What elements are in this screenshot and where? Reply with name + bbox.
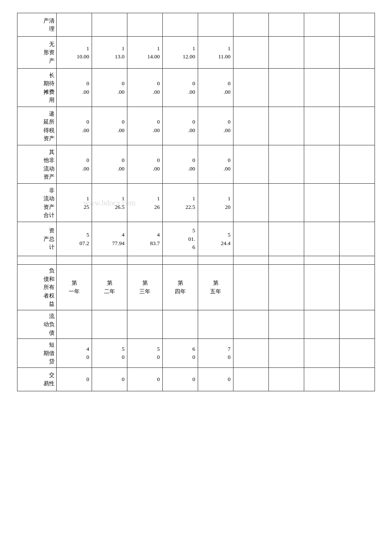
cell xyxy=(233,265,269,310)
cell xyxy=(269,310,304,339)
cell-year1-header: 第一年 xyxy=(57,265,92,310)
cell xyxy=(304,256,339,265)
row-label-zi-chan-zong-ji: 资产总计 xyxy=(17,222,57,256)
cell: 122.5 xyxy=(163,184,198,222)
cell xyxy=(233,69,269,107)
cell xyxy=(304,367,339,391)
row-label-chang-qi-dai-tan: 长期待摊费用 xyxy=(17,69,57,107)
cell: 0 xyxy=(57,367,92,391)
cell: 0 xyxy=(198,367,233,391)
cell xyxy=(339,265,375,310)
cell xyxy=(233,310,269,339)
cell xyxy=(163,256,198,265)
cell-year4-header: 第四年 xyxy=(163,265,198,310)
cell xyxy=(339,13,375,37)
cell: 60 xyxy=(163,339,198,368)
table-row: 长期待摊费用 0.00 0.00 0.00 0.00 0.00 xyxy=(17,69,375,107)
cell xyxy=(57,13,92,37)
cell: 0.00 xyxy=(127,69,163,107)
cell-wu-xing-y5: 111.00 xyxy=(198,37,233,69)
cell: 0.00 xyxy=(127,107,163,145)
cell-spacer xyxy=(17,256,57,265)
cell: 0.00 xyxy=(57,69,92,107)
cell xyxy=(269,184,304,222)
row-label-fei-liu-dong-he-ji: 非流动资产合计 xyxy=(17,184,57,222)
table-row: 产清理 xyxy=(17,13,375,37)
cell: 0.00 xyxy=(57,145,92,184)
cell xyxy=(304,184,339,222)
cell xyxy=(233,145,269,184)
financial-table: 产清理 无形资产 110.00 113.0 114.00 112.00 111.… xyxy=(17,13,375,391)
cell xyxy=(339,256,375,265)
cell xyxy=(339,310,375,339)
cell xyxy=(233,256,269,265)
cell: 524.4 xyxy=(198,222,233,256)
cell: 0 xyxy=(127,367,163,391)
cell-wu-xing-y2: 113.0 xyxy=(92,37,127,69)
cell xyxy=(339,339,375,368)
table-row: 短期借贷 40 50 50 60 70 xyxy=(17,339,375,368)
cell xyxy=(269,265,304,310)
cell xyxy=(339,367,375,391)
table-row: 递延所得税资产 0.00 0.00 0.00 0.00 0.00 xyxy=(17,107,375,145)
cell xyxy=(57,256,92,265)
cell: 0.00 xyxy=(92,107,127,145)
cell xyxy=(233,37,269,69)
cell xyxy=(304,145,339,184)
row-label-duan-qi-jie-dai: 短期借贷 xyxy=(17,339,57,368)
table-row: 交易性 0 0 0 0 0 xyxy=(17,367,375,391)
cell xyxy=(233,339,269,368)
row-label-wu-xing-zi-chan: 无形资产 xyxy=(17,37,57,69)
cell-wu-xing-y3: 114.00 xyxy=(127,37,163,69)
cell: 0 xyxy=(163,367,198,391)
cell xyxy=(233,184,269,222)
row-label-fu-zhai-header: 负债和所有者权益 xyxy=(17,265,57,310)
cell: 0.00 xyxy=(163,69,198,107)
cell: 120 xyxy=(198,184,233,222)
cell xyxy=(269,367,304,391)
cell-wu-xing-y1: 110.00 xyxy=(57,37,92,69)
cell xyxy=(269,13,304,37)
cell xyxy=(339,107,375,145)
cell xyxy=(233,107,269,145)
cell xyxy=(304,107,339,145)
cell-year2-header: 第二年 xyxy=(92,265,127,310)
cell xyxy=(339,184,375,222)
cell xyxy=(92,310,127,339)
cell xyxy=(198,13,233,37)
cell xyxy=(304,13,339,37)
row-label-di-yan-shui: 递延所得税资产 xyxy=(17,107,57,145)
cell: 0.00 xyxy=(127,145,163,184)
cell xyxy=(127,310,163,339)
cell xyxy=(92,13,127,37)
row-label-chan-qing-li: 产清理 xyxy=(17,13,57,37)
cell xyxy=(339,222,375,256)
cell: 50 xyxy=(92,339,127,368)
table-row: 其他非流动资产 0.00 0.00 0.00 0.00 0.00 xyxy=(17,145,375,184)
cell: 0.00 xyxy=(57,107,92,145)
cell: 126.5 www.bdocx.com xyxy=(92,184,127,222)
cell: 50 xyxy=(127,339,163,368)
cell xyxy=(304,69,339,107)
cell xyxy=(269,69,304,107)
cell xyxy=(269,256,304,265)
cell: 501.6 xyxy=(163,222,198,256)
cell xyxy=(304,310,339,339)
cell xyxy=(269,339,304,368)
cell xyxy=(198,256,233,265)
cell: 0.00 xyxy=(163,107,198,145)
cell xyxy=(269,145,304,184)
cell xyxy=(339,69,375,107)
cell xyxy=(339,145,375,184)
table-row: 非流动资产合计 125 126.5 www.bdocx.com 126 122.… xyxy=(17,184,375,222)
cell xyxy=(92,256,127,265)
cell xyxy=(233,367,269,391)
cell xyxy=(127,13,163,37)
cell xyxy=(269,222,304,256)
cell: 0.00 xyxy=(198,145,233,184)
table-row: 流动负债 xyxy=(17,310,375,339)
cell: 70 xyxy=(198,339,233,368)
cell xyxy=(304,265,339,310)
table-row: 无形资产 110.00 113.0 114.00 112.00 111.00 xyxy=(17,37,375,69)
row-label-qi-ta-fei-liu-dong: 其他非流动资产 xyxy=(17,145,57,184)
